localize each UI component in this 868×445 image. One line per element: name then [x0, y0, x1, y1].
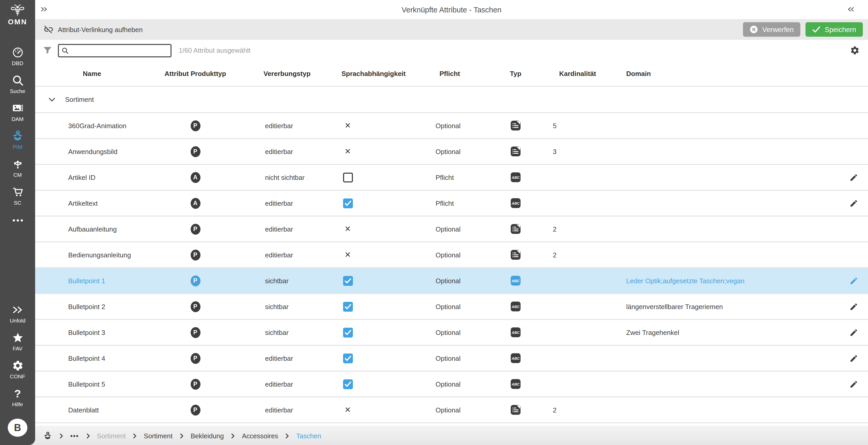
edit-pencil-icon[interactable]	[849, 354, 858, 362]
vererbungstyp-value: editierbar	[242, 406, 332, 414]
double-chevron-left-icon	[847, 6, 855, 12]
table-row[interactable]: 360Grad-AnimationPeditierbar✕Optional5	[35, 113, 868, 139]
title-bar: Verknüpfte Attribute - Taschen	[35, 0, 868, 19]
checkbox-checked[interactable]	[343, 379, 352, 389]
chevron-down-icon[interactable]	[49, 97, 55, 101]
kardinalitaet-value: 3	[547, 148, 609, 155]
table-row[interactable]: AnwendungsbildPeditierbar✕Optional3	[35, 139, 868, 165]
product-badge-icon: P	[190, 379, 200, 389]
sidebar-bottom: Unfold FAV CONF ? Hilfe B	[0, 300, 35, 445]
sidebar-item-suche[interactable]: Suche	[0, 70, 35, 98]
table-settings-gear-icon[interactable]	[850, 46, 860, 55]
sidebar-item-label: DAM	[11, 116, 24, 122]
vererbungstyp-value: editierbar	[242, 225, 332, 233]
pflicht-value: Optional	[415, 303, 485, 310]
sidebar-item-pim[interactable]: P PIM	[0, 126, 35, 154]
pim-box-icon[interactable]: P	[43, 432, 52, 440]
search-input[interactable]	[69, 46, 168, 55]
typ-cell: ABC	[485, 353, 547, 363]
expand-panel-button[interactable]	[40, 5, 48, 14]
edit-cell	[839, 173, 868, 182]
edit-pencil-icon[interactable]	[849, 380, 858, 388]
text-type-icon: ABC	[510, 301, 521, 312]
sidebar-item-dam[interactable]: DAM	[0, 98, 35, 126]
sidebar-item-fav[interactable]: FAV	[0, 328, 35, 356]
edit-pencil-icon[interactable]	[849, 199, 858, 208]
brand-name: OMN	[8, 18, 27, 26]
typ-cell	[485, 249, 547, 260]
svg-text:ABC: ABC	[512, 175, 520, 180]
produkttyp-cell: P	[149, 275, 242, 286]
table-row[interactable]: Bulletpoint 2PsichtbarOptionalABClängenv…	[35, 294, 868, 320]
table-row[interactable]: Bulletpoint 4PeditierbarOptionalABC	[35, 346, 868, 372]
table-row[interactable]: BedienungsanleitungPeditierbar✕Optional2	[35, 242, 868, 268]
table-row[interactable]: Bulletpoint 1PsichtbarOptionalABCLeder O…	[35, 268, 868, 294]
edit-cell	[839, 380, 868, 388]
produkttyp-cell: P	[149, 405, 242, 415]
table-header-row: Name Attribut Produkttyp Vererbungstyp S…	[35, 61, 868, 87]
produkttyp-cell: P	[149, 146, 242, 157]
sidebar-item-unfold[interactable]: Unfold	[0, 300, 35, 328]
checkbox-unchecked[interactable]	[343, 172, 352, 182]
breadcrumb-item-bekleidung[interactable]: Bekleidung	[191, 432, 224, 440]
table-row[interactable]: Artikel IDAnicht sichtbarPflichtABC	[35, 165, 868, 191]
domain-value: Leder Optik;aufgesetzte Taschen;vegan	[609, 277, 839, 285]
edit-pencil-icon[interactable]	[849, 276, 858, 285]
column-header-name: Name	[35, 69, 149, 77]
breadcrumb-item-accessoires[interactable]: Accessoires	[242, 432, 278, 440]
table-row[interactable]: DatenblattPeditierbar✕Optional2	[35, 397, 868, 423]
produkttyp-cell: P	[149, 379, 242, 389]
vererbungstyp-value: sichtbar	[242, 303, 332, 310]
sidebar-item-conf[interactable]: CONF	[0, 356, 35, 384]
omn-logo[interactable]: OMN	[8, 4, 27, 26]
check-icon	[812, 25, 820, 34]
not-language-dependent-icon: ✕	[344, 250, 351, 260]
checkbox-checked[interactable]	[343, 302, 352, 312]
sidebar-item-cm[interactable]: CM	[0, 154, 35, 182]
checkbox-checked[interactable]	[343, 198, 352, 208]
attribute-name: Anwendungsbild	[35, 148, 149, 155]
breadcrumb-item-sortiment-root[interactable]: Sortiment	[97, 432, 126, 440]
breadcrumb-item-more[interactable]: •••	[70, 432, 79, 440]
sidebar-nav: DBD Suche DAM	[0, 42, 35, 231]
save-button[interactable]: Speichern	[805, 22, 863, 37]
sidebar-item-dbd[interactable]: DBD	[0, 42, 35, 70]
table-row[interactable]: Bulletpoint 5PeditierbarOptionalABC	[35, 372, 868, 397]
group-row-sortiment[interactable]: Sortiment	[35, 87, 868, 113]
checkbox-checked[interactable]	[343, 353, 352, 363]
chevron-right-icon	[180, 433, 183, 439]
pflicht-value: Pflicht	[415, 173, 485, 181]
collapse-panel-button[interactable]	[847, 5, 855, 14]
attribute-name: Bulletpoint 5	[35, 380, 149, 388]
column-header-produkttyp: Attribut Produkttyp	[149, 69, 242, 77]
checkbox-checked[interactable]	[343, 327, 352, 337]
table-row[interactable]: AufbauanleitungPeditierbar✕Optional2	[35, 216, 868, 242]
checkbox-checked[interactable]	[343, 276, 352, 286]
pflicht-value: Optional	[415, 354, 485, 362]
sidebar-item-hilfe[interactable]: ? Hilfe	[0, 384, 35, 411]
discard-button[interactable]: Verwerfen	[743, 22, 801, 37]
breadcrumb-item-sortiment[interactable]: Sortiment	[144, 432, 173, 440]
breadcrumb-item-taschen[interactable]: Taschen	[296, 432, 321, 440]
table-row[interactable]: Bulletpoint 3PsichtbarOptionalABCZwei Tr…	[35, 320, 868, 346]
table-row[interactable]: ArtikeltextAeditierbarPflichtABC	[35, 191, 868, 216]
product-badge-icon: P	[190, 224, 200, 234]
not-language-dependent-icon: ✕	[344, 224, 351, 234]
attribute-name: Artikeltext	[35, 199, 149, 207]
filter-funnel-icon[interactable]	[43, 46, 52, 55]
column-header-typ: Typ	[485, 69, 547, 77]
sprachabhaengigkeit-cell	[332, 353, 415, 363]
edit-pencil-icon[interactable]	[849, 328, 858, 337]
sidebar-item-more[interactable]	[0, 210, 35, 231]
unlink-attribute-button[interactable]: Attribut-Verlinkung aufheben	[40, 24, 146, 35]
media-type-icon	[510, 405, 521, 415]
edit-pencil-icon[interactable]	[849, 173, 858, 182]
user-avatar[interactable]: B	[8, 419, 27, 437]
pflicht-value: Optional	[415, 406, 485, 414]
edit-pencil-icon[interactable]	[849, 302, 858, 311]
edit-cell	[839, 354, 868, 362]
sprachabhaengigkeit-cell	[332, 327, 415, 337]
sidebar-item-sc[interactable]: SC	[0, 182, 35, 210]
produkttyp-cell: P	[149, 249, 242, 260]
media-type-icon	[510, 146, 521, 157]
